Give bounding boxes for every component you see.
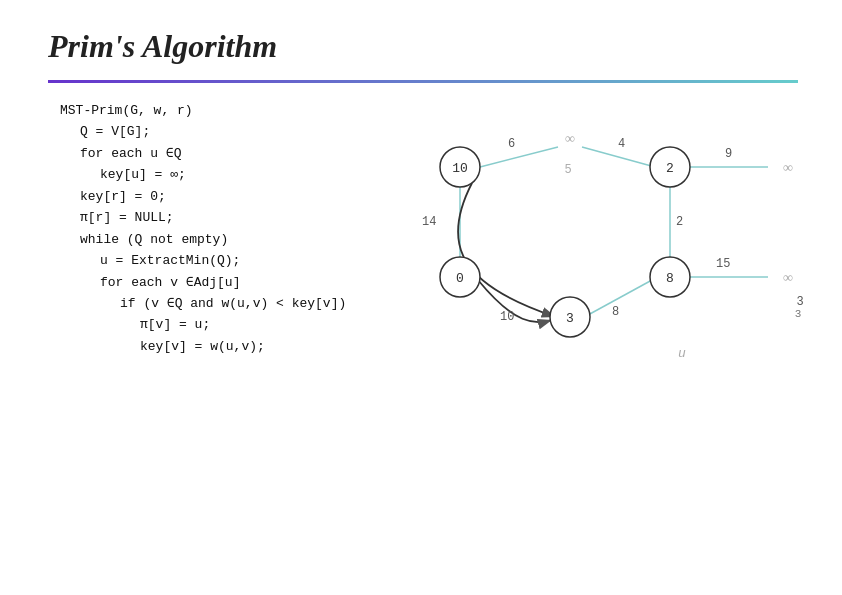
svg-text:14: 14 bbox=[422, 215, 436, 229]
svg-text:2: 2 bbox=[676, 215, 683, 229]
code-line-12: key[v] = w(u,v); bbox=[60, 336, 346, 357]
code-line-3: for each u ∈Q bbox=[60, 143, 346, 164]
svg-text:∞: ∞ bbox=[783, 160, 793, 175]
code-line-1: MST-Prim(G, w, r) bbox=[60, 100, 346, 121]
divider bbox=[48, 80, 798, 83]
svg-text:4: 4 bbox=[618, 137, 625, 151]
svg-text:15: 15 bbox=[716, 257, 730, 271]
svg-text:3: 3 bbox=[566, 311, 574, 326]
svg-text:∞: ∞ bbox=[565, 131, 575, 146]
svg-line-15 bbox=[588, 280, 652, 315]
page-title: Prim's Algorithm bbox=[48, 28, 277, 65]
svg-text:8: 8 bbox=[666, 271, 674, 286]
svg-text:0: 0 bbox=[456, 271, 464, 286]
svg-text:6: 6 bbox=[508, 137, 515, 151]
code-line-4: key[u] = ∞; bbox=[60, 164, 346, 185]
svg-text:8: 8 bbox=[612, 305, 619, 319]
svg-text:10: 10 bbox=[500, 310, 514, 324]
code-line-8: u = ExtractMin(Q); bbox=[60, 250, 346, 271]
svg-line-2 bbox=[480, 147, 558, 167]
code-line-9: for each v ∈Adj[u] bbox=[60, 272, 346, 293]
code-line-7: while (Q not empty) bbox=[60, 229, 346, 250]
code-line-2: Q = V[G]; bbox=[60, 121, 346, 142]
svg-text:u: u bbox=[678, 346, 686, 361]
svg-text:9: 9 bbox=[725, 147, 732, 161]
code-line-10: if (v ∈Q and w(u,v) < key[v]) bbox=[60, 293, 346, 314]
svg-text:10: 10 bbox=[452, 161, 468, 176]
code-block: MST-Prim(G, w, r) Q = V[G]; for each u ∈… bbox=[60, 100, 346, 357]
svg-text:3: 3 bbox=[796, 295, 803, 309]
svg-text:2: 2 bbox=[666, 161, 674, 176]
svg-text:5: 5 bbox=[564, 163, 571, 177]
graph-area: 6 4 9 2 14 15 10 8 10 ∞ 2 ∞ bbox=[360, 100, 830, 420]
svg-text:3: 3 bbox=[795, 308, 802, 320]
code-line-11: π[v] = u; bbox=[60, 314, 346, 335]
svg-text:∞: ∞ bbox=[783, 270, 793, 285]
code-line-5: key[r] = 0; bbox=[60, 186, 346, 207]
code-line-6: π[r] = NULL; bbox=[60, 207, 346, 228]
